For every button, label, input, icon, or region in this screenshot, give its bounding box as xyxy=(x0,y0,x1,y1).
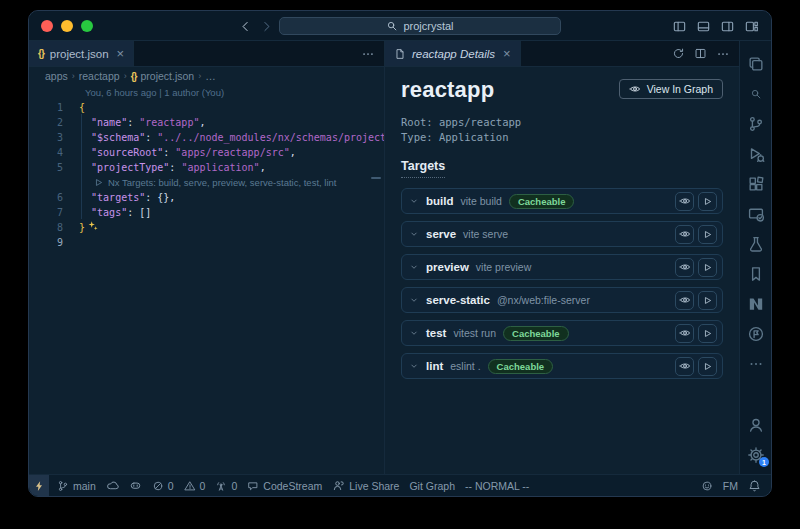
run-target-button[interactable] xyxy=(698,258,717,277)
breadcrumb-item[interactable]: … xyxy=(205,70,216,82)
details-editor-group: reactapp Details × reactapp View In Grap… xyxy=(385,41,740,474)
view-target-button[interactable] xyxy=(675,291,694,310)
code-line[interactable]: 9 xyxy=(29,235,384,250)
status-item-ports[interactable]: 0 xyxy=(215,480,237,492)
tab-project-json[interactable]: {} project.json × xyxy=(29,41,134,66)
target-row-serve[interactable]: serve vite serve xyxy=(401,221,723,247)
layout-right-icon[interactable] xyxy=(720,19,735,34)
chevron-down-icon[interactable] xyxy=(409,324,419,342)
activity-debug[interactable] xyxy=(740,139,772,169)
code-line[interactable]: 8} xyxy=(29,220,384,235)
activity-nx[interactable] xyxy=(740,289,772,319)
activity-extensions[interactable] xyxy=(740,169,772,199)
close-tab-icon[interactable]: × xyxy=(503,46,511,61)
target-row-build[interactable]: build vite build Cacheable xyxy=(401,188,723,214)
more-actions-icon[interactable] xyxy=(716,47,730,61)
activity-ellipsis[interactable] xyxy=(740,349,772,379)
status-item-feedback[interactable] xyxy=(701,480,713,492)
minimize-window-button[interactable] xyxy=(61,20,73,32)
nx-targets-codelens[interactable]: Nx Targets: build, serve, preview, serve… xyxy=(29,175,384,190)
status-item-remote[interactable] xyxy=(29,475,49,496)
view-target-button[interactable] xyxy=(675,357,694,376)
activity-flag-circle[interactable] xyxy=(740,319,772,349)
status-item-codestream[interactable]: CodeStream xyxy=(247,480,322,492)
view-target-button[interactable] xyxy=(675,258,694,277)
run-target-button[interactable] xyxy=(698,192,717,211)
activity-beaker[interactable] xyxy=(740,229,772,259)
close-tab-icon[interactable]: × xyxy=(117,46,125,61)
code-line[interactable]: 1{ xyxy=(29,100,384,115)
breadcrumb-item[interactable]: project.json xyxy=(140,70,194,82)
status-item-vim-mode[interactable]: -- NORMAL -- xyxy=(465,480,529,492)
view-target-button[interactable] xyxy=(675,192,694,211)
code-line[interactable]: 2 "name": "reactapp", xyxy=(29,115,384,130)
refresh-icon[interactable] xyxy=(672,47,685,60)
run-target-button[interactable] xyxy=(698,291,717,310)
status-item-branch[interactable]: main xyxy=(57,480,96,492)
sparkle-icon[interactable] xyxy=(87,220,99,235)
target-name: serve xyxy=(426,228,456,240)
back-icon[interactable] xyxy=(239,20,252,33)
chevron-down-icon[interactable] xyxy=(409,225,419,243)
tab-reactapp-details[interactable]: reactapp Details × xyxy=(385,41,521,66)
activity-search[interactable] xyxy=(740,79,772,109)
code-line[interactable]: 5 "projectType": "application", xyxy=(29,160,384,175)
status-item-sync[interactable] xyxy=(106,479,119,492)
status-item-liveshare[interactable]: Live Share xyxy=(332,479,399,492)
run-target-button[interactable] xyxy=(698,357,717,376)
layout-controls xyxy=(672,11,759,41)
breadcrumb-item[interactable]: apps xyxy=(45,70,68,82)
line-number: 6 xyxy=(29,190,63,205)
view-in-graph-button[interactable]: View In Graph xyxy=(619,79,723,99)
layout-left-icon[interactable] xyxy=(672,19,687,34)
line-number: 9 xyxy=(29,235,63,250)
chevron-down-icon[interactable] xyxy=(409,192,419,210)
target-row-preview[interactable]: preview vite preview xyxy=(401,254,723,280)
close-window-button[interactable] xyxy=(41,20,53,32)
view-target-button[interactable] xyxy=(675,324,694,343)
chevron-down-icon[interactable] xyxy=(409,357,419,375)
activity-account[interactable] xyxy=(740,410,772,440)
target-row-test[interactable]: test vitest run Cacheable xyxy=(401,320,723,346)
code-editor[interactable]: You, 6 hours ago | 1 author (You) 1{2 "n… xyxy=(29,85,384,474)
activity-files[interactable] xyxy=(740,49,772,79)
cacheable-badge: Cacheable xyxy=(488,359,554,374)
status-item-notifications[interactable] xyxy=(748,479,761,492)
activity-source-control[interactable] xyxy=(740,109,772,139)
status-item-warnings[interactable]: 0 xyxy=(184,480,206,492)
project-details-view: reactapp View In Graph Root: apps/reacta… xyxy=(385,67,739,474)
code-line[interactable]: 7 "tags": [] xyxy=(29,205,384,220)
command-center-search[interactable]: projcrystal xyxy=(279,17,561,35)
run-target-button[interactable] xyxy=(698,324,717,343)
code-line[interactable]: 4 "sourceRoot": "apps/reactapp/src", xyxy=(29,145,384,160)
status-item-copilot[interactable] xyxy=(129,479,142,492)
view-target-button[interactable] xyxy=(675,225,694,244)
code-line[interactable]: 6 "targets": {}, xyxy=(29,190,384,205)
activity-gear[interactable]: 1 xyxy=(740,440,772,470)
chevron-down-icon[interactable] xyxy=(409,291,419,309)
run-target-button[interactable] xyxy=(698,225,717,244)
breadcrumb[interactable]: apps›reactapp›{}project.json›… xyxy=(29,67,384,85)
target-row-lint[interactable]: lint eslint . Cacheable xyxy=(401,353,723,379)
status-item-git-graph[interactable]: Git Graph xyxy=(409,480,455,492)
zoom-window-button[interactable] xyxy=(81,20,93,32)
status-item-errors[interactable]: 0 xyxy=(152,480,174,492)
code-line[interactable]: 3 "$schema": "../../node_modules/nx/sche… xyxy=(29,130,384,145)
layout-grid-icon[interactable] xyxy=(744,19,759,34)
editor-sash-handle[interactable] xyxy=(371,177,381,179)
target-command: vite serve xyxy=(463,228,508,240)
activity-bookmark[interactable] xyxy=(740,259,772,289)
target-name: lint xyxy=(426,360,443,372)
forward-icon[interactable] xyxy=(260,20,273,33)
target-name: preview xyxy=(426,261,469,273)
layout-bottom-icon[interactable] xyxy=(696,19,711,34)
status-item-frontmatter[interactable]: FM xyxy=(723,480,738,492)
target-row-serve-static[interactable]: serve-static @nx/web:file-server xyxy=(401,287,723,313)
chevron-down-icon[interactable] xyxy=(409,258,419,276)
breadcrumb-item[interactable]: reactapp xyxy=(79,70,120,82)
split-editor-icon[interactable] xyxy=(694,47,707,60)
tab-label: project.json xyxy=(50,48,109,60)
breadcrumb-separator: › xyxy=(124,71,127,81)
more-actions-icon[interactable] xyxy=(361,47,375,61)
activity-remote[interactable] xyxy=(740,199,772,229)
